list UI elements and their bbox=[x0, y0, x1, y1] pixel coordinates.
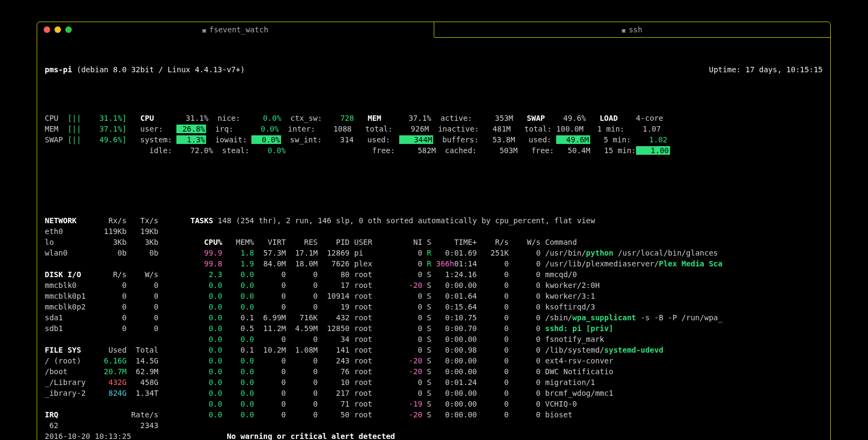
left-column: NETWORK Rx/s Tx/s eth0 119Kb 19Kb lo 3Kb… bbox=[45, 215, 190, 440]
tab-ssh[interactable]: ▣ssh bbox=[434, 22, 831, 38]
hostname: pms-pi bbox=[45, 65, 72, 74]
sysinfo: (debian 8.0 32bit / Linux 4.4.13-v7+) bbox=[77, 65, 245, 74]
terminal-icon: ▣ bbox=[622, 27, 626, 34]
window-controls bbox=[44, 26, 72, 33]
titlebar: ▣fsevent_watch ▣ssh bbox=[37, 22, 830, 37]
close-icon[interactable] bbox=[44, 26, 50, 33]
uptime-label: Uptime: bbox=[709, 65, 741, 74]
tab-fsevent-watch[interactable]: ▣fsevent_watch bbox=[37, 22, 434, 37]
zoom-icon[interactable] bbox=[65, 26, 72, 33]
terminal-window: ▣fsevent_watch ▣ssh pms-pi (debian 8.0 3… bbox=[37, 22, 831, 440]
stats-block: CPU [|| 31.1%] CPU 31.1% nice: 0.0% ctx_… bbox=[45, 113, 823, 156]
process-table: TASKS 148 (254 thr), 2 run, 146 slp, 0 o… bbox=[190, 215, 823, 440]
tab-label: fsevent_watch bbox=[209, 25, 269, 34]
uptime-value: 17 days, 10:15:15 bbox=[746, 65, 823, 74]
minimize-icon[interactable] bbox=[54, 26, 61, 33]
terminal-icon: ▣ bbox=[202, 27, 206, 34]
tab-label: ssh bbox=[628, 25, 642, 34]
terminal-content[interactable]: pms-pi (debian 8.0 32bit / Linux 4.4.13-… bbox=[37, 37, 830, 440]
